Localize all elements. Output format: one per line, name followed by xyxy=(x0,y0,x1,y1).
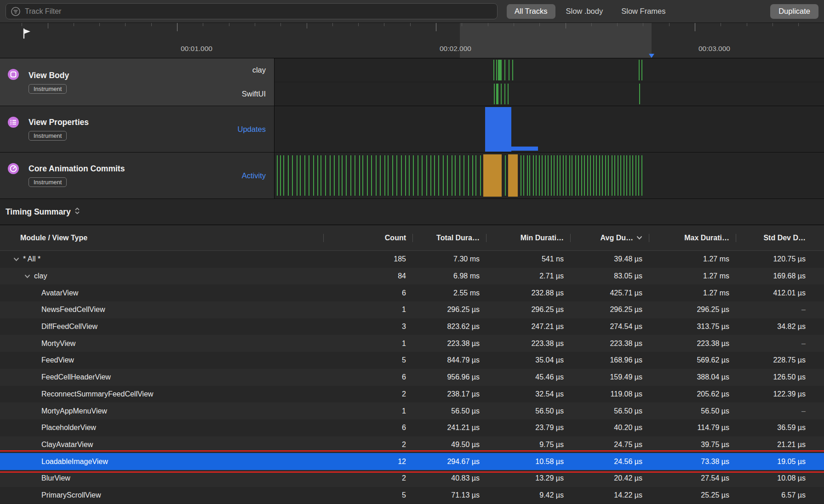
row-value: 9.42 µs xyxy=(486,491,570,499)
disclosure-chevron-icon[interactable] xyxy=(9,257,23,261)
row-name: LoadableImageView xyxy=(41,458,108,466)
table-row-loadableimageview[interactable]: LoadableImageView12294.67 µs10.58 µs24.5… xyxy=(0,453,824,470)
table-row-reconnectsummaryfeedcellview[interactable]: ReconnectSummaryFeedCellView2238.17 µs32… xyxy=(0,386,824,403)
lane-updates[interactable] xyxy=(275,106,824,152)
timeline-ruler[interactable]: 00:01.00000:02.00000:03.000 xyxy=(0,23,824,58)
interval-tick xyxy=(624,155,624,196)
interval-block[interactable] xyxy=(485,107,511,152)
ruler-tick xyxy=(125,23,126,26)
table-row-primaryscrollview[interactable]: PrimaryScrollView571.13 µs9.42 µs14.22 µ… xyxy=(0,487,824,504)
ruler-tick xyxy=(203,23,203,26)
table-row-blurview[interactable]: BlurView240.83 µs13.29 µs20.42 µs27.54 µ… xyxy=(0,470,824,487)
track-lane-area-core-animation[interactable] xyxy=(275,153,824,198)
row-value: 6.98 ms xyxy=(412,272,486,280)
interval-block[interactable] xyxy=(483,154,501,197)
table-row-mortyappmenuview[interactable]: MortyAppMenuView156.50 µs56.50 µs56.50 µ… xyxy=(0,402,824,419)
column-total-duration[interactable]: Total Dura… xyxy=(412,234,486,242)
interval-tick xyxy=(494,84,495,104)
duplicate-button[interactable]: Duplicate xyxy=(770,4,818,19)
table-row-clayavatarview[interactable]: ClayAvatarView249.50 µs9.75 µs24.75 µs39… xyxy=(0,436,824,453)
table-row-clay[interactable]: clay846.98 ms2.71 µs83.05 µs1.27 ms169.6… xyxy=(0,268,824,285)
column-count[interactable]: Count xyxy=(323,234,412,242)
timing-summary-selector[interactable]: Timing Summary xyxy=(6,207,80,217)
table-row-newsfeedcellview[interactable]: NewsFeedCellView1296.25 µs296.25 µs296.2… xyxy=(0,301,824,318)
lane-clay[interactable] xyxy=(275,58,824,82)
interval-block[interactable] xyxy=(511,147,538,151)
track-core-animation-commits[interactable]: Core Animation Commits Instrument Activi… xyxy=(0,153,824,199)
row-name: AvatarView xyxy=(41,289,78,297)
ruler-tick xyxy=(229,23,229,26)
track-view-body[interactable]: View Body Instrument claySwiftUI xyxy=(0,58,824,106)
interval-tick xyxy=(641,155,642,196)
column-max-duration[interactable]: Max Durati… xyxy=(649,234,736,242)
playhead-flag-icon[interactable] xyxy=(22,28,32,41)
table-row-difffeedcellview[interactable]: DiffFeedCellView3823.62 µs247.21 µs274.5… xyxy=(0,318,824,335)
interval-tick xyxy=(641,60,642,80)
row-value: 39.75 µs xyxy=(649,441,736,449)
ruler-tick xyxy=(591,23,592,26)
row-value: 45.46 µs xyxy=(486,373,570,381)
view-properties-instrument-icon xyxy=(7,116,20,129)
row-name: * All * xyxy=(23,255,40,263)
interval-tick xyxy=(350,155,351,196)
row-value: 5 xyxy=(323,491,412,499)
disclosure-chevron-icon[interactable] xyxy=(20,274,34,278)
table-row-all[interactable]: * All *1857.30 ms541 ns39.48 µs1.27 ms12… xyxy=(0,251,824,268)
interval-tick xyxy=(468,155,469,196)
ruler-tick xyxy=(255,23,255,26)
row-value: 223.38 µs xyxy=(412,340,486,348)
column-module-view-type[interactable]: Module / View Type xyxy=(0,234,323,242)
interval-block[interactable] xyxy=(508,154,518,197)
track-filter-input[interactable] xyxy=(25,7,492,16)
row-value: 32.54 µs xyxy=(486,390,570,398)
segment-slow-body[interactable]: Slow .body xyxy=(558,4,611,19)
interval-block[interactable] xyxy=(498,60,501,80)
interval-tick xyxy=(496,60,497,80)
segment-slow-frames[interactable]: Slow Frames xyxy=(613,4,673,19)
table-row-avatarview[interactable]: AvatarView62.55 ms232.88 µs425.71 µs1.27… xyxy=(0,284,824,301)
lane-swiftui[interactable] xyxy=(275,82,824,106)
selection-end-marker[interactable] xyxy=(649,54,654,58)
track-header-core-animation-commits[interactable]: Core Animation Commits Instrument Activi… xyxy=(0,153,275,198)
track-filter-field[interactable] xyxy=(6,3,498,19)
row-value: 5 xyxy=(323,356,412,364)
track-lane-area-view-body[interactable] xyxy=(275,58,824,106)
row-value: 205.62 µs xyxy=(649,390,736,398)
track-lane-area-view-properties[interactable] xyxy=(275,106,824,152)
row-value: 119.08 µs xyxy=(570,390,649,398)
ruler-time-label: 00:01.000 xyxy=(181,45,212,53)
row-value: 1.27 ms xyxy=(649,255,736,263)
track-view-properties[interactable]: View Properties Instrument Updates xyxy=(0,106,824,153)
interval-block[interactable] xyxy=(496,84,498,104)
ruler-tick xyxy=(617,23,618,26)
segment-all-tracks[interactable]: All Tracks xyxy=(507,4,555,19)
column-std-dev[interactable]: Std Dev D… xyxy=(736,234,812,242)
interval-tick xyxy=(430,155,431,196)
ruler-selection[interactable] xyxy=(460,23,652,58)
track-header-view-body[interactable]: View Body Instrument claySwiftUI xyxy=(0,58,275,106)
row-value: 10.08 µs xyxy=(736,474,812,482)
interval-tick xyxy=(309,155,309,196)
instrument-badge: Instrument xyxy=(29,84,67,94)
column-min-duration[interactable]: Min Durati… xyxy=(486,234,570,242)
row-value: 541 ns xyxy=(486,255,570,263)
row-value: 228.75 µs xyxy=(736,356,812,364)
table-row-feedcellheaderview[interactable]: FeedCellHeaderView6956.96 µs45.46 µs159.… xyxy=(0,369,824,386)
interval-tick xyxy=(452,155,452,196)
row-value: 12 xyxy=(323,458,412,466)
interval-tick xyxy=(504,60,505,80)
row-value: – xyxy=(736,306,812,314)
row-value: 35.04 µs xyxy=(486,356,570,364)
table-row-placeholderview[interactable]: PlaceholderView6241.21 µs23.79 µs40.20 µ… xyxy=(0,419,824,436)
table-row-mortyview[interactable]: MortyView1223.38 µs223.38 µs223.38 µs223… xyxy=(0,335,824,352)
ruler-tick xyxy=(177,23,177,31)
table-row-feedview[interactable]: FeedView5844.79 µs35.04 µs168.96 µs569.6… xyxy=(0,352,824,369)
track-header-view-properties[interactable]: View Properties Instrument Updates xyxy=(0,106,275,152)
interval-tick xyxy=(575,155,576,196)
ruler-tick xyxy=(747,23,747,26)
column-avg-duration[interactable]: Avg Du… xyxy=(570,234,649,242)
row-name: NewsFeedCellView xyxy=(41,306,105,314)
view-body-instrument-icon xyxy=(7,68,20,81)
lane-activity[interactable] xyxy=(275,153,824,198)
row-value: 56.50 µs xyxy=(649,407,736,415)
